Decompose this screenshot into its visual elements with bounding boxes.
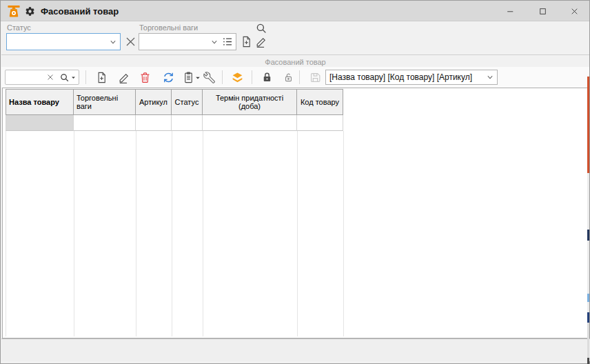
add-scales-button[interactable] — [239, 34, 254, 49]
filter-panel: Статус Торговельні ваги — [1, 21, 589, 54]
chevron-down-icon — [71, 75, 76, 80]
grid-column-line — [74, 131, 74, 336]
grid-cell[interactable] — [74, 115, 136, 131]
refresh-icon — [162, 71, 175, 84]
column-header[interactable]: Артикул — [136, 89, 172, 115]
background-window-edge — [587, 294, 589, 302]
edit-scales-button[interactable] — [254, 34, 269, 49]
window-title: Фасований товар — [41, 6, 119, 17]
delete-icon — [139, 71, 152, 84]
grid-header-row: Назва товару Торговельні ваги Артикул Ст… — [6, 89, 343, 115]
edit-record-button[interactable] — [116, 69, 132, 85]
status-filter-combobox[interactable] — [6, 33, 121, 50]
unlock-button[interactable] — [280, 69, 296, 85]
grid-column-line — [6, 131, 6, 336]
layers-button[interactable] — [229, 69, 245, 85]
save-icon — [309, 71, 322, 84]
grid-cell[interactable] — [136, 115, 172, 131]
background-window-edge — [587, 77, 589, 173]
search-icon — [255, 22, 267, 34]
clear-status-filter-button[interactable] — [124, 35, 137, 48]
refresh-button[interactable] — [160, 69, 176, 85]
grid-column-line — [136, 131, 136, 336]
chevron-down-icon — [210, 37, 219, 47]
background-window-edge — [587, 173, 589, 230]
maximize-icon — [538, 7, 547, 16]
scales-list-button[interactable] — [221, 35, 234, 48]
report-button[interactable] — [180, 69, 196, 85]
close-icon — [570, 7, 579, 16]
scales-filter-combobox[interactable] — [139, 33, 236, 50]
group-panel: Фасований товар — [1, 54, 589, 67]
grid-cell[interactable] — [172, 115, 203, 131]
column-header[interactable]: Термін придатності (доба) — [203, 89, 297, 115]
app-window: Фасований товар Статус Торговельні ваги — [0, 0, 590, 364]
search-scales-button[interactable] — [255, 22, 267, 34]
background-window-edge — [587, 312, 589, 323]
group-caption: Фасований товар — [265, 58, 325, 66]
add-record-button[interactable] — [93, 69, 110, 85]
gear-icon — [25, 6, 35, 17]
status-filter-label: Статус — [7, 23, 31, 32]
grid-cell[interactable] — [203, 115, 297, 131]
background-window-edge — [587, 323, 589, 358]
titlebar: Фасований товар — [1, 1, 589, 21]
lock-icon — [261, 71, 274, 84]
search-fields-value: [Назва товару] [Код товару] [Артикул] — [326, 72, 485, 82]
column-header[interactable]: Код товару — [297, 89, 343, 115]
clear-filter-icon — [124, 35, 137, 48]
grid-search-box[interactable] — [5, 70, 79, 85]
search-fields-combobox[interactable]: [Назва товару] [Код товару] [Артикул] — [325, 70, 498, 85]
minimize-icon — [506, 7, 515, 16]
status-bar — [1, 338, 590, 361]
background-window-edge — [587, 241, 589, 294]
clear-search-icon — [45, 72, 55, 82]
grid-column-line — [343, 131, 344, 336]
minimize-button[interactable] — [501, 3, 519, 19]
chevron-down-icon — [108, 37, 118, 47]
save-button[interactable] — [307, 69, 323, 85]
background-window-edge — [587, 302, 589, 312]
layers-icon — [231, 71, 244, 84]
wrench-icon — [203, 71, 216, 84]
add-record-icon — [95, 71, 108, 84]
chevron-down-icon — [485, 72, 495, 82]
report-dropdown-icon[interactable] — [195, 75, 201, 81]
column-header[interactable]: Торговельні ваги — [74, 89, 136, 115]
tools-button[interactable] — [201, 69, 217, 85]
add-record-icon — [240, 35, 253, 48]
edit-icon — [118, 71, 131, 84]
report-icon — [182, 71, 195, 84]
unlock-icon — [282, 71, 295, 84]
background-window-edge — [587, 230, 589, 241]
background-window-edge — [587, 358, 589, 364]
grid-cell-selected[interactable] — [6, 115, 74, 131]
status-filter-input[interactable] — [7, 37, 108, 47]
grid-column-line — [172, 131, 172, 336]
close-button[interactable] — [565, 3, 583, 19]
lock-button[interactable] — [258, 69, 275, 85]
table-row[interactable] — [6, 115, 343, 131]
toolbar: [Назва товару] [Код товару] [Артикул] — [1, 67, 589, 88]
delete-record-button[interactable] — [136, 69, 153, 85]
search-icon — [59, 72, 70, 83]
grid-search-input[interactable] — [6, 72, 45, 82]
grid-column-line — [297, 131, 298, 336]
scales-filter-input[interactable] — [139, 37, 210, 47]
column-header[interactable]: Назва товару — [6, 89, 74, 115]
scales-filter-label: Торговельні ваги — [139, 23, 198, 32]
maximize-button[interactable] — [533, 3, 551, 19]
edit-icon — [255, 35, 268, 48]
products-grid: Назва товару Торговельні ваги Артикул Ст… — [2, 88, 588, 338]
grid-cell[interactable] — [297, 115, 343, 131]
list-icon — [221, 35, 234, 48]
grid-column-line — [203, 131, 203, 336]
column-header[interactable]: Статус — [172, 89, 203, 115]
scale-app-icon — [6, 3, 21, 19]
